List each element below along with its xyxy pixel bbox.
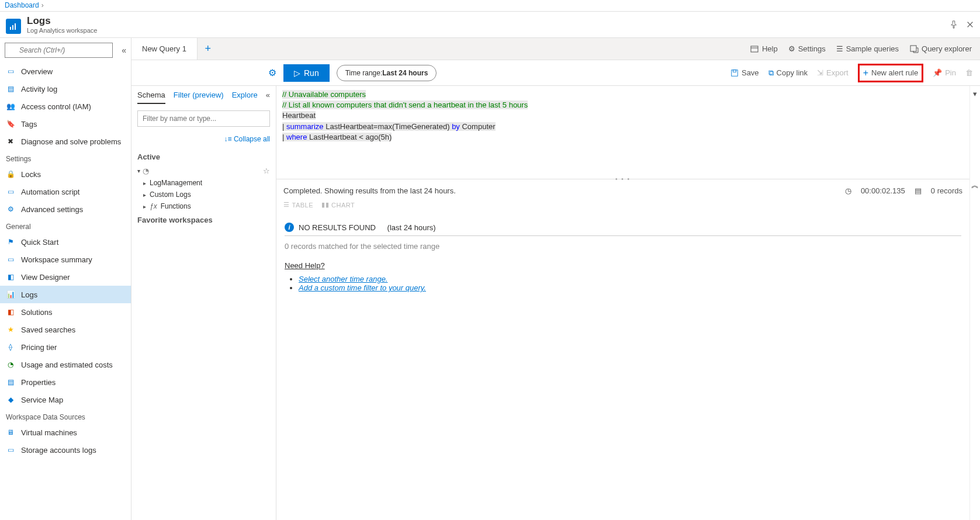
settings-button[interactable]: ⚙Settings: [788, 44, 826, 53]
breadcrumb-root[interactable]: Dashboard: [5, 1, 39, 9]
new-alert-rule-button[interactable]: +New alert rule: [858, 64, 924, 82]
properties-icon: ▤: [6, 377, 15, 387]
overview-icon: ▭: [6, 67, 15, 76]
nav-activity-log[interactable]: ▤Activity log: [0, 80, 131, 98]
usage-icon: ◔: [6, 360, 15, 369]
nav-usage-costs[interactable]: ◔Usage and estimated costs: [0, 356, 131, 373]
script-icon: ▭: [6, 187, 15, 196]
nav-saved-searches[interactable]: ★Saved searches: [0, 321, 131, 338]
workspace-node[interactable]: ▾ ◔ ☆: [137, 165, 270, 177]
svg-rect-3: [751, 46, 758, 52]
tags-icon: 🔖: [6, 119, 15, 129]
collapse-all-button[interactable]: ↓≡ Collapse all: [137, 133, 270, 149]
search-input[interactable]: [5, 43, 113, 58]
sample-queries-button[interactable]: ☰Sample queries: [836, 44, 899, 53]
tip-add-time-filter[interactable]: Add a custom time filter to your query.: [299, 283, 426, 292]
tree-logmanagement[interactable]: ▸LogManagement: [137, 177, 270, 189]
nav-locks[interactable]: 🔒Locks: [0, 165, 131, 183]
minimap-toggle-icon[interactable]: ▾: [973, 89, 977, 98]
copy-link-button[interactable]: ⧉Copy link: [768, 68, 808, 78]
svg-rect-0: [10, 27, 11, 30]
status-bar: Completed. Showing results from the last…: [276, 182, 969, 200]
close-icon[interactable]: [966, 20, 974, 29]
workspace-icon: ◔: [143, 167, 149, 175]
schema-collapse-icon[interactable]: «: [266, 91, 270, 104]
link-icon: ⧉: [768, 68, 774, 78]
svg-rect-1: [12, 25, 13, 30]
nav-access-control[interactable]: 👥Access control (IAM): [0, 98, 131, 115]
schema-filter-input[interactable]: [137, 110, 270, 127]
summary-icon: ▭: [6, 255, 15, 264]
save-button[interactable]: Save: [730, 68, 759, 77]
svg-rect-7: [733, 70, 736, 72]
query-editor[interactable]: // Unavailable computers // List all kno…: [276, 86, 969, 179]
chart-icon: ▮▮: [321, 201, 329, 209]
query-explorer-button[interactable]: Query explorer: [909, 44, 972, 54]
records-value: 0 records: [931, 186, 962, 195]
nav-tags[interactable]: 🔖Tags: [0, 115, 131, 133]
nav-quick-start[interactable]: ⚑Quick Start: [0, 233, 131, 251]
plus-icon: +: [863, 68, 868, 78]
favorite-star-icon[interactable]: ☆: [263, 167, 270, 175]
query-tab[interactable]: New Query 1: [131, 38, 198, 60]
splitter-handle[interactable]: • • •: [276, 176, 969, 182]
filter-tab[interactable]: Filter (preview): [174, 91, 224, 104]
page-subtitle: Log Analytics workspace: [27, 27, 97, 34]
toolbar: ⚙ ▷Run Time range: Last 24 hours Save ⧉C…: [131, 60, 980, 86]
time-range-selector[interactable]: Time range: Last 24 hours: [337, 65, 437, 81]
nav-storage-logs[interactable]: ▭Storage accounts logs: [0, 441, 131, 459]
nav-workspace-summary[interactable]: ▭Workspace summary: [0, 251, 131, 268]
nav-pricing-tier[interactable]: ⟠Pricing tier: [0, 338, 131, 356]
view-toggle: ☰TABLE ▮▮CHART: [276, 200, 969, 213]
expand-up-icon[interactable]: ︽: [971, 180, 979, 190]
add-tab-button[interactable]: +: [198, 38, 219, 60]
access-control-icon: 👥: [6, 102, 15, 111]
caret-right-icon: ▸: [143, 203, 146, 210]
nav-logs[interactable]: 📊Logs: [0, 286, 131, 303]
lock-icon: 🔒: [6, 169, 15, 179]
designer-icon: ◧: [6, 272, 15, 282]
no-results-title: NO RESULTS FOUND: [299, 223, 376, 232]
star-icon: ★: [6, 325, 15, 334]
schema-tab[interactable]: Schema: [137, 91, 165, 104]
main: New Query 1 + Help ⚙Settings ☰Sample que…: [131, 38, 980, 520]
nav-solutions[interactable]: ◧Solutions: [0, 303, 131, 321]
nav-virtual-machines[interactable]: 🖥Virtual machines: [0, 424, 131, 441]
delete-button[interactable]: 🗑: [965, 68, 973, 77]
explore-tab[interactable]: Explore: [232, 91, 258, 104]
list-icon: ☰: [836, 44, 843, 53]
table-view-button[interactable]: ☰TABLE: [283, 201, 313, 209]
pin-icon[interactable]: [950, 20, 958, 29]
tree-custom-logs[interactable]: ▸Custom Logs: [137, 189, 270, 200]
status-message: Completed. Showing results from the last…: [283, 186, 456, 195]
nav-view-designer[interactable]: ◧View Designer: [0, 268, 131, 286]
nav-properties[interactable]: ▤Properties: [0, 373, 131, 391]
nav-automation-script[interactable]: ▭Automation script: [0, 183, 131, 200]
quickstart-icon: ⚑: [6, 237, 15, 247]
sidebar-collapse-icon[interactable]: «: [122, 46, 126, 55]
table-icon: ☰: [283, 201, 290, 209]
diagnose-icon: ✖: [6, 137, 15, 146]
logs-icon: 📊: [6, 290, 15, 299]
gear-icon: ⚙: [788, 44, 795, 53]
tree-functions[interactable]: ▸ƒx Functions: [137, 200, 270, 212]
pin-button[interactable]: 📌Pin: [933, 68, 956, 77]
play-icon: ▷: [294, 68, 300, 78]
gear-icon: ⚙: [6, 204, 15, 214]
tip-select-time-range[interactable]: Select another time range.: [299, 275, 387, 283]
nav-overview[interactable]: ▭Overview: [0, 63, 131, 80]
nav-diagnose[interactable]: ✖Diagnose and solve problems: [0, 133, 131, 150]
nav-section-settings: Settings: [0, 150, 131, 165]
no-results-subtitle: 0 records matched for the selected time …: [285, 236, 961, 261]
records-icon: ▤: [915, 186, 922, 195]
run-button[interactable]: ▷Run: [283, 64, 330, 82]
nav-advanced-settings[interactable]: ⚙Advanced settings: [0, 200, 131, 218]
caret-down-icon: ▾: [137, 168, 140, 174]
export-button[interactable]: ⇲Export: [817, 68, 849, 77]
no-results-range: (last 24 hours): [387, 223, 436, 232]
svg-rect-5: [910, 46, 916, 51]
filter-icon[interactable]: ⚙: [268, 67, 276, 78]
help-button[interactable]: Help: [750, 44, 778, 54]
nav-service-map[interactable]: ◆Service Map: [0, 391, 131, 408]
chart-view-button[interactable]: ▮▮CHART: [321, 201, 355, 209]
